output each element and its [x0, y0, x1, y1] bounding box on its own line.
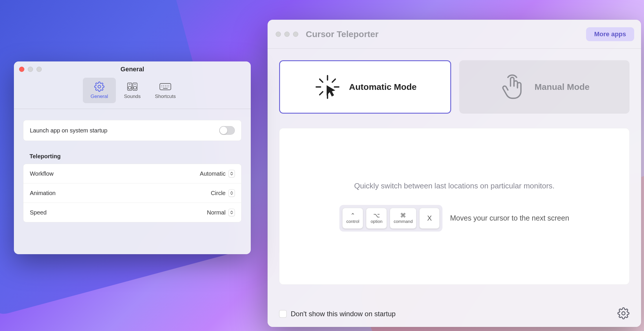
tab-general[interactable]: General	[83, 78, 116, 103]
tab-general-label: General	[91, 94, 108, 99]
svg-line-23	[320, 79, 323, 82]
speed-value: Normal	[207, 209, 226, 216]
animation-select[interactable]: Circle	[211, 189, 235, 197]
mode-cards: Automatic Mode Manual Mode	[279, 60, 630, 114]
keycap-control-label: control	[346, 219, 359, 224]
animation-label: Animation	[30, 190, 56, 197]
sounds-icon	[126, 81, 139, 92]
info-panel: Quickly switch between last locations on…	[279, 128, 630, 285]
teleporting-card: Workflow Automatic Animation Circle	[23, 164, 241, 222]
keycap-option: ⌥ option	[366, 208, 387, 229]
launch-on-startup-row: Launch app on system startup	[23, 120, 241, 141]
shortcut-description: Moves your cursor to the next screen	[450, 214, 569, 222]
main-footer: Don't show this window on startup	[268, 301, 641, 327]
gear-icon	[617, 307, 630, 319]
workflow-row: Workflow Automatic	[23, 164, 241, 183]
automatic-mode-card[interactable]: Automatic Mode	[279, 60, 451, 114]
keyboard-icon	[159, 81, 172, 92]
tab-sounds[interactable]: Sounds	[116, 78, 149, 103]
keycap-x-label: X	[427, 214, 432, 222]
svg-point-4	[133, 86, 136, 89]
keycap-option-label: option	[371, 219, 383, 224]
main-titlebar: Cursor Teleporter More apps	[268, 20, 641, 49]
manual-mode-card[interactable]: Manual Mode	[459, 60, 630, 114]
workflow-label: Workflow	[30, 170, 54, 177]
gear-icon	[93, 81, 106, 92]
chevrons-icon	[228, 189, 235, 197]
keycap-option-symbol: ⌥	[373, 212, 380, 218]
dont-show-label: Don't show this window on startup	[291, 310, 396, 318]
keycap-x: X	[419, 208, 440, 229]
minimize-window-button[interactable]	[28, 67, 33, 72]
launch-row-card: Launch app on system startup	[23, 120, 241, 141]
zoom-window-button[interactable]	[36, 67, 42, 72]
settings-titlebar: General	[14, 61, 251, 77]
animation-value: Circle	[211, 190, 226, 197]
tab-shortcuts[interactable]: Shortcuts	[149, 78, 182, 103]
keycap-control: ⌃ control	[342, 208, 363, 229]
keycap-group: ⌃ control ⌥ option ⌘ command X	[339, 205, 442, 232]
svg-point-2	[128, 86, 131, 89]
launch-toggle[interactable]	[219, 126, 235, 135]
animation-row: Animation Circle	[23, 183, 241, 203]
dont-show-checkbox[interactable]	[279, 310, 287, 318]
keycap-command: ⌘ command	[390, 208, 416, 229]
main-title: Cursor Teleporter	[306, 29, 378, 39]
svg-point-26	[622, 312, 625, 315]
minimize-window-button[interactable]	[284, 32, 290, 37]
toggle-knob	[220, 127, 227, 134]
settings-body: Launch app on system startup Teleporting…	[14, 109, 251, 222]
dont-show-row: Don't show this window on startup	[279, 310, 396, 318]
tab-sounds-label: Sounds	[124, 94, 141, 99]
speed-select[interactable]: Normal	[207, 209, 235, 216]
chevrons-icon	[228, 209, 235, 216]
close-window-button[interactable]	[19, 67, 24, 72]
main-body: Automatic Mode Manual Mode Quickly switc…	[268, 49, 641, 301]
keycap-command-label: command	[394, 219, 413, 224]
chevrons-icon	[228, 170, 235, 177]
speed-label: Speed	[30, 209, 47, 216]
keycap-control-symbol: ⌃	[350, 212, 355, 218]
more-apps-button[interactable]: More apps	[586, 27, 634, 41]
main-window: Cursor Teleporter More apps Automatic Mo…	[268, 20, 641, 327]
tab-shortcuts-label: Shortcuts	[155, 94, 176, 99]
speed-row: Speed Normal	[23, 203, 241, 222]
manual-mode-label: Manual Mode	[535, 82, 590, 92]
svg-point-0	[98, 85, 101, 88]
settings-title: General	[14, 66, 251, 73]
workflow-value: Automatic	[200, 170, 226, 177]
settings-toolbar: General Sounds	[14, 77, 251, 109]
teleporting-header: Teleporting	[23, 153, 241, 160]
traffic-lights	[19, 67, 42, 72]
close-window-button[interactable]	[276, 32, 281, 37]
traffic-lights	[276, 32, 298, 37]
cursor-click-icon	[314, 73, 341, 101]
shortcut-row: ⌃ control ⌥ option ⌘ command X Mov	[339, 205, 569, 232]
settings-button[interactable]	[617, 307, 630, 321]
info-text: Quickly switch between last locations on…	[354, 181, 555, 190]
automatic-mode-label: Automatic Mode	[349, 82, 416, 92]
svg-line-24	[332, 79, 336, 82]
settings-window: General General Sounds	[14, 61, 251, 254]
launch-label: Launch app on system startup	[30, 127, 107, 134]
more-apps-label: More apps	[594, 30, 626, 38]
svg-line-25	[320, 92, 323, 95]
hand-tap-icon	[499, 73, 527, 101]
keycap-command-symbol: ⌘	[400, 212, 406, 218]
workflow-select[interactable]: Automatic	[200, 170, 235, 177]
zoom-window-button[interactable]	[293, 32, 298, 37]
